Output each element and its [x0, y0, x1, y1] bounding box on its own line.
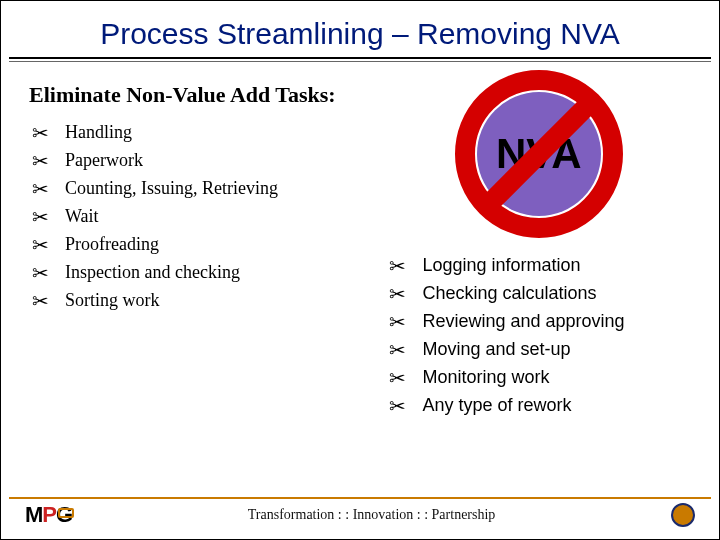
footer-seal-icon	[671, 503, 695, 527]
right-list-wrap: ✂Logging information ✂Checking calculati…	[386, 248, 624, 423]
no-symbol-icon	[455, 70, 623, 238]
scissors-icon: ✂	[386, 340, 408, 360]
scissors-icon: ✂	[29, 263, 51, 283]
item-label: Inspection and checking	[65, 262, 240, 283]
list-item: ✂Paperwork	[29, 150, 386, 171]
list-item: ✂Handling	[29, 122, 386, 143]
list-item: ✂Logging information	[386, 255, 624, 276]
slide-title: Process Streamlining – Removing NVA	[29, 17, 691, 51]
item-label: Wait	[65, 206, 99, 227]
slide-body: Eliminate Non-Value Add Tasks: ✂Handling…	[29, 76, 691, 497]
svg-line-1	[491, 106, 587, 202]
list-item: ✂Monitoring work	[386, 367, 624, 388]
item-label: Checking calculations	[422, 283, 596, 304]
list-item: ✂Proofreading	[29, 234, 386, 255]
scissors-icon: ✂	[29, 151, 51, 171]
right-column: NVA ✂Logging information ✂Checking calcu…	[386, 76, 691, 497]
item-label: Reviewing and approving	[422, 311, 624, 332]
footer-text: Transformation : : Innovation : : Partne…	[72, 507, 671, 523]
scissors-icon: ✂	[386, 368, 408, 388]
scissors-icon: ✂	[29, 123, 51, 143]
list-item: ✂Moving and set-up	[386, 339, 624, 360]
item-label: Paperwork	[65, 150, 143, 171]
scissors-icon: ✂	[29, 235, 51, 255]
item-label: Monitoring work	[422, 367, 549, 388]
nva-prohibited-badge: NVA	[455, 70, 623, 238]
scissors-icon: ✂	[386, 284, 408, 304]
item-label: Moving and set-up	[422, 339, 570, 360]
logo-letter-m: M	[25, 502, 42, 528]
item-label: Any type of rework	[422, 395, 571, 416]
mpc-logo: M P G	[25, 502, 72, 528]
logo-letter-g: G	[56, 502, 72, 528]
scissors-icon: ✂	[29, 291, 51, 311]
list-item: ✂Checking calculations	[386, 283, 624, 304]
footer-line: M P G Transformation : : Innovation : : …	[9, 501, 711, 529]
right-list: ✂Logging information ✂Checking calculati…	[386, 255, 624, 416]
list-item: ✂Wait	[29, 206, 386, 227]
title-rule	[9, 57, 711, 59]
scissors-icon: ✂	[386, 396, 408, 416]
slide: Process Streamlining – Removing NVA Elim…	[0, 0, 720, 540]
scissors-icon: ✂	[386, 256, 408, 276]
scissors-icon: ✂	[29, 179, 51, 199]
item-label: Handling	[65, 122, 132, 143]
footer: M P G Transformation : : Innovation : : …	[9, 497, 711, 529]
list-item: ✂Sorting work	[29, 290, 386, 311]
list-item: ✂Any type of rework	[386, 395, 624, 416]
scissors-icon: ✂	[386, 312, 408, 332]
list-item: ✂Counting, Issuing, Retrieving	[29, 178, 386, 199]
title-thin-rule	[9, 61, 711, 62]
list-item: ✂Reviewing and approving	[386, 311, 624, 332]
item-label: Proofreading	[65, 234, 159, 255]
left-column: Eliminate Non-Value Add Tasks: ✂Handling…	[29, 76, 386, 497]
list-item: ✂Inspection and checking	[29, 262, 386, 283]
scissors-icon: ✂	[29, 207, 51, 227]
item-label: Counting, Issuing, Retrieving	[65, 178, 278, 199]
footer-rule	[9, 497, 711, 499]
item-label: Logging information	[422, 255, 580, 276]
left-list: ✂Handling ✂Paperwork ✂Counting, Issuing,…	[29, 122, 386, 311]
subtitle: Eliminate Non-Value Add Tasks:	[29, 82, 386, 108]
logo-letter-p: P	[42, 502, 56, 528]
item-label: Sorting work	[65, 290, 160, 311]
